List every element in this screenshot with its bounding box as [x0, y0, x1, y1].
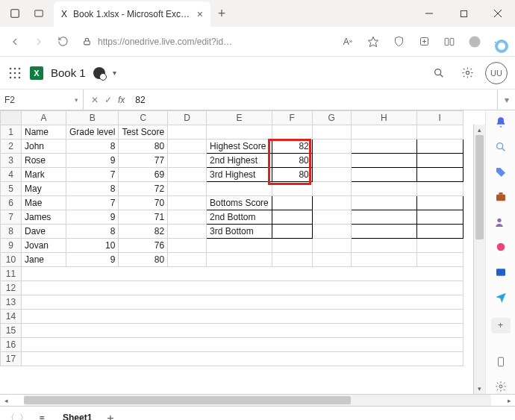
- cell[interactable]: [22, 281, 464, 295]
- col-header[interactable]: E: [207, 111, 272, 125]
- cell[interactable]: [168, 140, 207, 154]
- cell[interactable]: [312, 125, 351, 140]
- scroll-right-icon[interactable]: ▸: [503, 395, 515, 406]
- cell[interactable]: [312, 253, 351, 267]
- cell[interactable]: 9: [66, 154, 119, 168]
- cell[interactable]: [312, 225, 351, 239]
- cell[interactable]: [416, 253, 463, 267]
- prev-sheet-icon[interactable]: 〈: [6, 412, 15, 420]
- people-icon[interactable]: [492, 215, 510, 229]
- cell[interactable]: [312, 210, 351, 225]
- cell[interactable]: [312, 168, 351, 182]
- cell[interactable]: [416, 225, 463, 239]
- cell[interactable]: 82: [119, 225, 168, 239]
- cell[interactable]: [168, 239, 207, 253]
- cell[interactable]: 80: [272, 168, 312, 182]
- col-header[interactable]: C: [119, 111, 168, 125]
- col-header[interactable]: G: [312, 111, 351, 125]
- cell[interactable]: 7: [66, 196, 119, 210]
- cell[interactable]: 2nd Bottom: [207, 210, 272, 225]
- cell[interactable]: [416, 140, 463, 154]
- cell[interactable]: [312, 140, 351, 154]
- cell[interactable]: 10: [66, 239, 119, 253]
- scroll-up-icon[interactable]: ▴: [474, 125, 485, 135]
- accept-formula-icon[interactable]: ✓: [104, 95, 112, 105]
- browser-tab[interactable]: X Book 1.xlsx - Microsoft Excel Onl ×: [54, 1, 210, 27]
- app-launcher-icon[interactable]: [7, 66, 22, 81]
- row-header[interactable]: 13: [1, 295, 22, 310]
- profile-icon[interactable]: [4, 3, 25, 24]
- spreadsheet-grid[interactable]: A B C D E F G H I 1 Name Grade level Tes…: [0, 110, 485, 394]
- row-header[interactable]: 11: [1, 267, 22, 281]
- add-app-button[interactable]: +: [491, 318, 511, 333]
- row-header[interactable]: 16: [1, 338, 22, 352]
- cell[interactable]: [416, 210, 463, 225]
- cell[interactable]: James: [22, 210, 66, 225]
- split-screen-icon[interactable]: [440, 33, 458, 51]
- col-header[interactable]: A: [22, 111, 66, 125]
- cell[interactable]: [168, 210, 207, 225]
- cell[interactable]: [416, 125, 463, 140]
- cell[interactable]: Grade level: [66, 125, 119, 140]
- row-header[interactable]: 15: [1, 324, 22, 338]
- user-avatar[interactable]: UU: [485, 62, 508, 84]
- office-icon[interactable]: [492, 239, 510, 254]
- cell[interactable]: [351, 253, 416, 267]
- collections-icon[interactable]: [415, 33, 433, 51]
- cell[interactable]: [312, 154, 351, 168]
- add-sheet-button[interactable]: +: [107, 412, 113, 421]
- send-icon[interactable]: [492, 289, 510, 304]
- cell[interactable]: 80: [119, 140, 168, 154]
- phone-icon[interactable]: [492, 354, 510, 369]
- formula-input[interactable]: 82: [132, 90, 497, 110]
- cell[interactable]: [312, 196, 351, 210]
- row-header[interactable]: 17: [1, 352, 22, 366]
- cell[interactable]: [312, 182, 351, 196]
- bell-icon[interactable]: [492, 115, 510, 129]
- select-all-corner[interactable]: [1, 111, 22, 125]
- cell[interactable]: [22, 267, 464, 281]
- row-header[interactable]: 2: [1, 140, 22, 154]
- cell[interactable]: [168, 182, 207, 196]
- all-sheets-icon[interactable]: ≡: [36, 413, 48, 421]
- hscroll-track[interactable]: [24, 395, 491, 406]
- row-header[interactable]: 1: [1, 125, 22, 140]
- name-box[interactable]: F2 ▾: [0, 90, 84, 110]
- cell[interactable]: 8: [66, 182, 119, 196]
- search-icon[interactable]: [428, 63, 449, 84]
- cell[interactable]: [351, 125, 416, 140]
- cell[interactable]: Jovan: [22, 239, 66, 253]
- cell[interactable]: 82: [272, 140, 312, 154]
- cell[interactable]: 7: [66, 168, 119, 182]
- hscroll-thumb[interactable]: [24, 396, 351, 404]
- cell[interactable]: [312, 239, 351, 253]
- col-header[interactable]: F: [272, 111, 312, 125]
- cell[interactable]: [168, 253, 207, 267]
- cell[interactable]: 76: [119, 239, 168, 253]
- cell[interactable]: Test Score: [119, 125, 168, 140]
- minimize-button[interactable]: [412, 0, 446, 27]
- cell[interactable]: Jane: [22, 253, 66, 267]
- cell[interactable]: [168, 125, 207, 140]
- cell[interactable]: [22, 338, 464, 352]
- address-bar[interactable]: https://onedrive.live.com/edit?id…: [78, 37, 333, 47]
- col-header[interactable]: H: [351, 111, 416, 125]
- name-box-dropdown-icon[interactable]: ▾: [75, 96, 78, 104]
- account-icon[interactable]: [466, 33, 484, 51]
- cell[interactable]: Name: [22, 125, 66, 140]
- chevron-down-icon[interactable]: ▾: [113, 69, 116, 77]
- cell[interactable]: 3rd Bottom: [207, 225, 272, 239]
- favorite-icon[interactable]: [364, 33, 382, 51]
- row-header[interactable]: 4: [1, 168, 22, 182]
- cell[interactable]: [351, 196, 416, 210]
- cell[interactable]: [272, 239, 312, 253]
- cell[interactable]: Highest Score: [207, 140, 272, 154]
- cell[interactable]: [22, 324, 464, 338]
- cell[interactable]: [168, 196, 207, 210]
- row-header[interactable]: 9: [1, 239, 22, 253]
- cell[interactable]: 2nd Highest: [207, 154, 272, 168]
- cell[interactable]: [416, 196, 463, 210]
- back-button[interactable]: [6, 33, 24, 51]
- row-header[interactable]: 14: [1, 310, 22, 324]
- cell[interactable]: [416, 168, 463, 182]
